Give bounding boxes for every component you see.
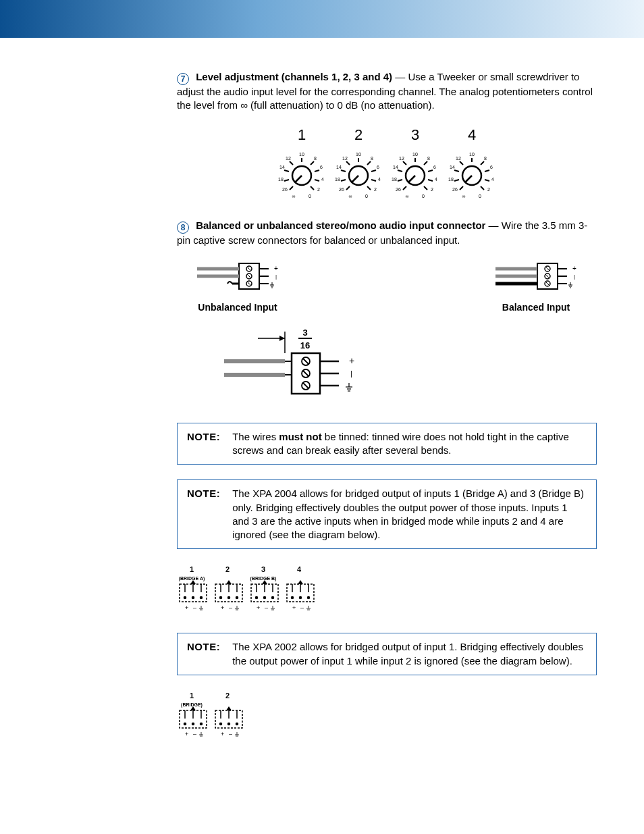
note-label: NOTE: (187, 487, 220, 542)
svg-line-94 (247, 274, 251, 278)
svg-text:14: 14 (393, 165, 398, 170)
svg-text:8: 8 (371, 156, 373, 161)
svg-line-115 (545, 282, 549, 286)
svg-line-47 (403, 161, 406, 165)
svg-text:0: 0 (365, 194, 368, 199)
svg-line-7 (284, 180, 289, 181)
unbalanced-caption: Unbalanced Input (190, 301, 285, 314)
balanced-caption: Balanced Input (489, 301, 583, 314)
bridge4-diagram: 1 2 3 4 (BRIDGE A) (BRIDGE B) (177, 564, 597, 618)
svg-line-135 (303, 359, 308, 364)
svg-line-53 (403, 186, 406, 190)
item8-title: Balanced or unbalanced stereo/mono audio… (196, 219, 485, 231)
svg-line-70 (481, 161, 484, 165)
svg-line-92 (247, 267, 251, 271)
note-xpa2004: NOTE: The XPA 2004 allows for bridged ou… (177, 479, 597, 549)
bullet-circle-8: 8 (177, 221, 189, 234)
item7-title: Level adjustment (channels 1, 2, 3 and 4… (196, 71, 392, 82)
svg-text:2: 2 (487, 187, 490, 192)
unbalanced-input-block: + | Unbalanced Input (190, 259, 285, 313)
bridge4-icon: 1 2 3 4 (BRIDGE A) (BRIDGE B) (177, 564, 325, 618)
dials-row: 1 10 128 146 184 262 ∞0 (177, 125, 597, 201)
potentiometer-icon: 10128 146184 262∞0 (445, 146, 499, 200)
svg-line-137 (303, 371, 308, 376)
svg-line-27 (341, 170, 346, 172)
svg-point-212 (192, 723, 194, 725)
svg-text:∞: ∞ (406, 194, 409, 199)
svg-marker-225 (226, 706, 232, 710)
svg-text:+: + (221, 604, 224, 611)
svg-text:4: 4 (491, 177, 494, 182)
svg-text:18: 18 (392, 177, 397, 182)
svg-line-71 (454, 170, 459, 172)
svg-text:18: 18 (448, 177, 454, 182)
svg-text:12: 12 (342, 156, 348, 161)
svg-text:10: 10 (356, 152, 361, 157)
potentiometer-icon: 10 128 146 184 262 ∞0 (275, 146, 329, 200)
svg-text:14: 14 (336, 165, 342, 170)
note-xpa2002: NOTE: The XPA 2002 allows for bridged ou… (177, 633, 597, 675)
svg-line-50 (428, 170, 433, 172)
svg-point-165 (228, 597, 230, 599)
connector-row: + | Unbalanced Input + | (190, 259, 583, 313)
note-text: The XPA 2002 allows for bridged output o… (232, 640, 587, 668)
svg-text:+: + (185, 731, 188, 737)
svg-text:(BRIDGE A): (BRIDGE A) (179, 576, 205, 581)
svg-text:–: – (300, 604, 304, 611)
dial-label: 3 (388, 125, 442, 145)
svg-text:(BRIDGE B): (BRIDGE B) (250, 576, 277, 581)
svg-text:6: 6 (490, 165, 493, 170)
svg-text:|: | (350, 369, 352, 377)
svg-line-52 (428, 180, 433, 181)
svg-text:4: 4 (321, 177, 324, 182)
note-label: NOTE: (187, 640, 220, 668)
svg-line-45 (408, 176, 415, 182)
svg-line-96 (247, 282, 251, 286)
svg-text:|: | (574, 273, 575, 280)
svg-point-220 (228, 723, 230, 725)
svg-text:2: 2 (374, 187, 377, 192)
svg-text:2: 2 (225, 692, 230, 700)
svg-line-1 (295, 176, 302, 182)
svg-text:+: + (257, 604, 260, 611)
svg-text:+: + (292, 604, 296, 611)
svg-line-25 (346, 161, 350, 165)
svg-text:12: 12 (286, 156, 291, 161)
svg-text:0: 0 (308, 194, 311, 199)
bullet-circle-7: 7 (177, 73, 189, 85)
svg-line-74 (485, 180, 489, 181)
svg-text:2: 2 (431, 187, 433, 192)
svg-line-75 (460, 186, 463, 190)
svg-text:–: – (193, 604, 196, 611)
svg-line-30 (371, 180, 376, 181)
potentiometer-icon: 10128 146184 262∞0 (388, 146, 442, 200)
svg-point-158 (200, 597, 203, 599)
svg-text:26: 26 (282, 187, 288, 192)
item-level-adjustment: 7 Level adjustment (channels 1, 2, 3 and… (177, 70, 597, 113)
svg-text:8: 8 (427, 156, 430, 161)
dial-3: 3 10128 146184 262∞0 (388, 125, 442, 201)
note1-pre: The wires (232, 431, 279, 442)
svg-text:–: – (229, 604, 232, 611)
note-label: NOTE: (187, 430, 220, 458)
svg-text:+: + (572, 265, 576, 272)
svg-text:26: 26 (396, 187, 401, 192)
note1-bold: must not (279, 431, 321, 442)
svg-marker-186 (298, 580, 303, 584)
svg-line-3 (290, 161, 293, 165)
svg-text:–: – (265, 604, 268, 611)
svg-text:1: 1 (190, 692, 194, 700)
svg-line-29 (341, 180, 346, 181)
svg-point-166 (236, 597, 238, 599)
dial-4: 4 10128 146184 262∞0 (445, 125, 499, 201)
svg-text:2: 2 (225, 565, 230, 573)
svg-text:+: + (221, 731, 224, 737)
svg-line-31 (346, 186, 350, 190)
dial-label: 4 (445, 125, 499, 145)
svg-text:14: 14 (450, 165, 455, 170)
svg-text:8: 8 (314, 156, 317, 161)
svg-text:∞: ∞ (292, 194, 296, 199)
svg-point-219 (220, 723, 222, 725)
svg-text:+: + (185, 604, 188, 611)
svg-point-156 (184, 597, 186, 599)
